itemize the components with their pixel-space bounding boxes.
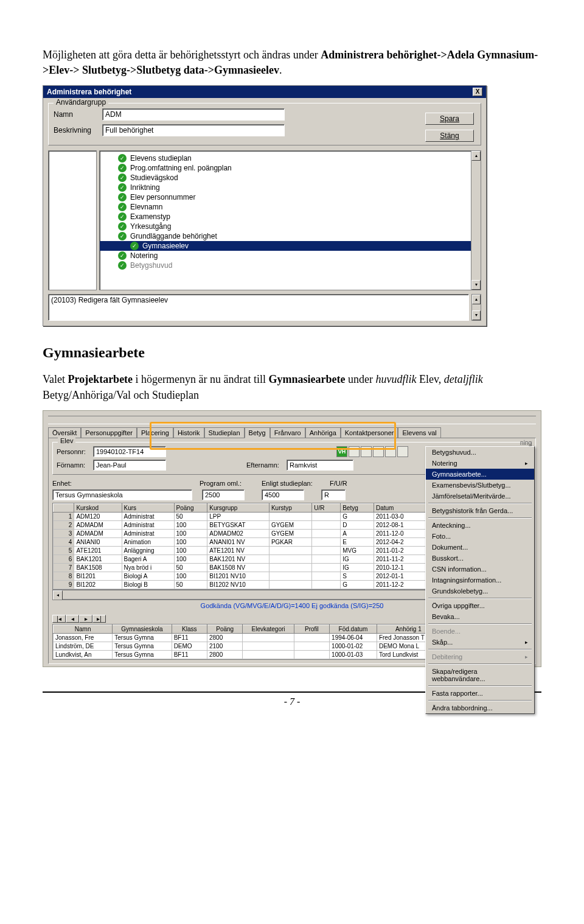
column-header[interactable]: Poäng (174, 503, 207, 512)
menu-item[interactable]: Jämförelsetal/Meritvärde... (426, 491, 534, 502)
column-header[interactable]: Poäng (207, 625, 243, 633)
column-header[interactable]: Kurstyp (269, 503, 311, 512)
status-scrollbar[interactable]: ▴ ▾ (471, 294, 481, 321)
first-record-button[interactable]: |◂ (52, 615, 66, 623)
menu-item[interactable]: Notering▸ (426, 458, 534, 469)
close-button[interactable]: Stäng (425, 130, 474, 142)
prev-record-button[interactable]: ◂ (66, 615, 79, 623)
cell: G (341, 512, 374, 520)
column-header[interactable]: Profil (294, 625, 329, 633)
tree-item[interactable]: Betygshuvud (100, 261, 481, 270)
menu-item: Boende... (426, 626, 534, 637)
enhet-input[interactable]: Tersus Gymnasieskola (52, 489, 192, 500)
fur-label: F/U/R (330, 480, 354, 487)
tab-anhöriga[interactable]: Anhöriga (305, 427, 341, 438)
tree-item[interactable]: Inriktning (100, 183, 481, 192)
tab-frånvaro[interactable]: Frånvaro (270, 427, 305, 438)
menu-item-label: Jämförelsetal/Meritvärde... (432, 492, 511, 500)
tree-item[interactable]: Elevnamn (100, 202, 481, 212)
cell: BI1201 NV10 (207, 572, 269, 580)
scroll-up-icon[interactable]: ▴ (472, 295, 481, 304)
tree-item[interactable]: Examenstyp (100, 212, 481, 222)
menu-item[interactable]: Anteckning... (426, 520, 534, 531)
column-header[interactable]: Kursgrupp (207, 503, 269, 512)
cell: PGKAR (269, 537, 311, 546)
tab-elevens val[interactable]: Elevens val (398, 427, 440, 438)
tab-personuppgifter[interactable]: Personuppgifter (81, 427, 137, 438)
last-record-button[interactable]: ▸| (92, 615, 106, 623)
column-header[interactable]: Gymnasieskola (113, 625, 172, 633)
menu-item[interactable]: Fasta rapporter... (426, 688, 534, 699)
quick-icon-5[interactable] (397, 446, 408, 457)
column-header[interactable]: Namn (54, 625, 113, 633)
column-header[interactable]: Klass (172, 625, 207, 633)
tree-item[interactable]: Gymnasieelev (100, 241, 481, 251)
menu-item[interactable]: Dokument... (426, 542, 534, 553)
menu-separator (428, 623, 532, 625)
personnr-input[interactable]: 19940102-TF14 (93, 446, 166, 457)
tab-studieplan[interactable]: Studieplan (204, 427, 245, 438)
tree-item[interactable]: Notering (100, 251, 481, 261)
cell (294, 642, 329, 650)
scroll-down-icon[interactable]: ▾ (471, 280, 481, 290)
menu-item[interactable]: Betygshistorik från Gerda... (426, 505, 534, 516)
tab-betyg[interactable]: Betyg (245, 427, 270, 438)
menu-item[interactable]: Busskort... (426, 553, 534, 564)
menu-item[interactable]: Examensbevis/Slutbetyg... (426, 480, 534, 491)
main-tabs: ÖversiktPersonuppgifterPlaceringHistorik… (48, 427, 536, 438)
tab-kontaktpersoner[interactable]: Kontaktpersoner (341, 427, 398, 438)
scroll-left-icon[interactable]: ◂ (53, 590, 63, 600)
column-header[interactable]: Kurs (122, 503, 174, 512)
tree-item[interactable]: Grundläggande behörighet (100, 231, 481, 241)
menu-item[interactable]: CSN information... (426, 564, 534, 575)
cell: Administrat (122, 520, 174, 529)
vh-icon[interactable]: VH (336, 446, 347, 457)
menu-item[interactable]: Övriga uppgifter... (426, 600, 534, 611)
menu-item[interactable]: Gymnasiearbete... (426, 469, 534, 480)
menu-item[interactable]: Betygshuvud... (426, 447, 534, 458)
column-header[interactable]: Betyg (341, 503, 374, 512)
tab-historik[interactable]: Historik (173, 427, 204, 438)
column-header[interactable]: Kurskod (74, 503, 122, 512)
column-header[interactable]: Elevkategori (243, 625, 294, 633)
permission-tree[interactable]: Elevens studieplanProg.omfattning enl. p… (99, 150, 481, 290)
column-header[interactable]: Föd.datum (330, 625, 377, 633)
prog-input[interactable]: 2500 (202, 489, 245, 500)
tree-item[interactable]: Studievägskod (100, 173, 481, 183)
close-icon[interactable]: X (473, 88, 482, 96)
column-header[interactable] (54, 503, 74, 512)
quick-icon-1[interactable] (349, 446, 360, 457)
menu-item[interactable]: Skapa/redigera webbanvändare... (426, 666, 534, 684)
menu-item[interactable]: Ändra tabbordning... (426, 702, 534, 713)
column-header[interactable]: U/R (312, 503, 341, 512)
column-header[interactable]: Datum (374, 503, 426, 512)
menu-item[interactable]: Skåp...▸ (426, 637, 534, 648)
fornamn-input[interactable]: Jean-Paul (93, 460, 166, 471)
desc-input[interactable]: Full behörighet (102, 124, 285, 136)
tree-item[interactable]: Yrkesutgång (100, 222, 481, 231)
scroll-down-icon[interactable]: ▾ (472, 310, 481, 320)
save-button[interactable]: Spara (425, 113, 474, 125)
studie-input[interactable]: 4500 (262, 489, 304, 500)
menu-item[interactable]: Grundskolebetyg... (426, 586, 534, 597)
name-input[interactable]: ADM (102, 108, 285, 121)
menu-item-label: Fasta rapporter... (432, 690, 483, 697)
tree-item[interactable]: Elevens studieplan (100, 153, 481, 163)
tree-item[interactable]: Elev personnummer (100, 192, 481, 202)
tree-left-pane[interactable] (48, 150, 97, 290)
tree-item[interactable]: Prog.omfattning enl. poängplan (100, 163, 481, 173)
scroll-up-icon[interactable]: ▴ (471, 151, 481, 161)
tab-placering[interactable]: Placering (137, 427, 173, 438)
menu-item[interactable]: Foto... (426, 531, 534, 542)
quick-icon-2[interactable] (361, 446, 372, 457)
cell: 2011-12-2 (374, 580, 426, 589)
fur-select[interactable]: R (321, 489, 346, 500)
menu-item[interactable]: Bevaka... (426, 611, 534, 622)
efternamn-input[interactable]: Ramkvist (287, 460, 353, 471)
quick-icon-3[interactable] (373, 446, 384, 457)
cell: IG (341, 555, 374, 563)
menu-item[interactable]: Intagningsinformation... (426, 575, 534, 586)
next-record-button[interactable]: ▸ (79, 615, 92, 623)
tree-scrollbar[interactable]: ▴ ▾ (471, 151, 481, 290)
quick-icon-4[interactable] (385, 446, 396, 457)
